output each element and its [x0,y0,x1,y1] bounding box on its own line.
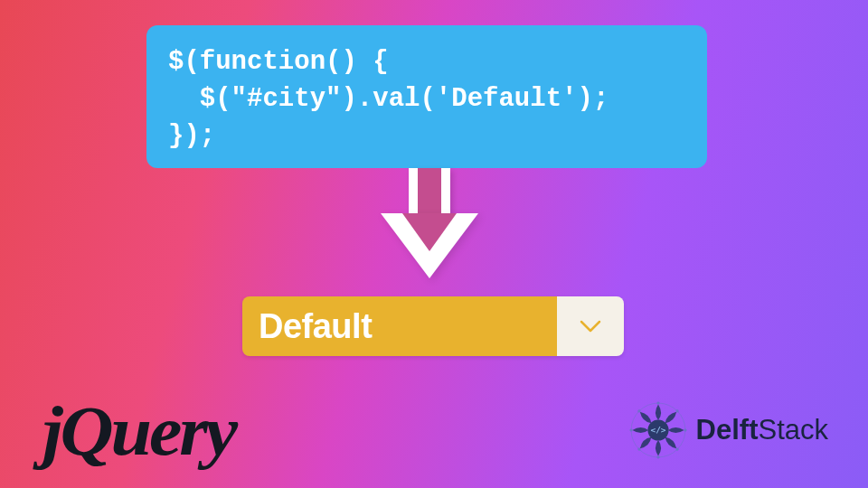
jquery-logo-text: jQuery [42,391,235,470]
code-block: $(function() { $("#city").val('Default')… [146,25,707,168]
svg-text:</>: </> [650,425,665,435]
code-line-2: $("#city").val('Default'); [168,84,609,114]
svg-point-9 [629,429,632,432]
code-line-1: $(function() { [168,47,389,77]
dropdown-select[interactable]: Default [242,296,624,356]
svg-point-4 [675,410,678,413]
delftstack-logo: </> DelftStack [627,399,828,461]
dropdown-toggle-button[interactable] [557,296,624,356]
arrow-down-icon [375,168,484,286]
svg-point-5 [684,429,686,432]
svg-point-6 [675,448,678,451]
svg-point-3 [656,402,659,405]
svg-point-8 [637,448,640,451]
dropdown-value: Default [242,296,557,356]
mandala-icon: </> [627,399,689,461]
chevron-down-icon [580,320,601,333]
code-line-3: }); [168,121,215,151]
delftstack-suffix: Stack [758,414,828,446]
svg-point-7 [656,456,659,459]
svg-point-10 [637,410,640,413]
jquery-logo: jQuery [42,390,235,472]
delftstack-text: DelftStack [696,414,828,446]
delftstack-prefix: Delft [696,414,759,446]
